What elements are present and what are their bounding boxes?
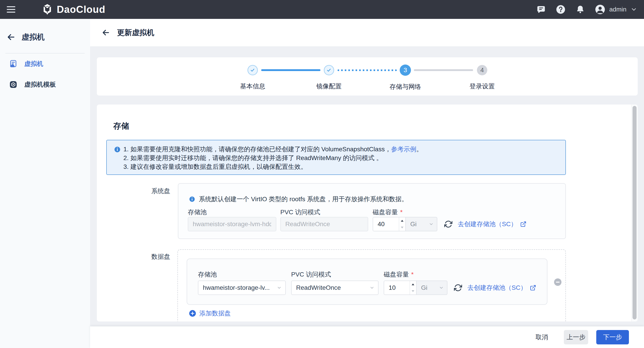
wizard-footer: 取消 上一步 下一步 [90,327,644,348]
external-link-icon [530,285,536,291]
pvc-field-label: PVC 访问模式 [291,270,331,279]
create-storage-pool-label: 去创建存储池（SC） [458,220,517,228]
chevron-down-icon [370,285,374,290]
refresh-icon[interactable] [454,284,462,292]
section-heading: 存储 [113,121,129,131]
capacity-field-label: 磁盘容量* [373,208,402,216]
step-check-icon [248,65,258,75]
unit-value: Gi [410,220,416,228]
unit-value: Gi [421,284,428,291]
notifications-bell-icon[interactable] [576,5,585,14]
wizard-stepper: 基本信息 镜像配置 3 存储与网络 4 登录设置 [97,57,638,96]
system-disk-card: 系统默认创建一个 VirtIO 类型的 rootfs 系统盘，用于存放操作系统和… [178,183,566,239]
pvc-field-label: PVC 访问模式 [280,208,320,216]
step-login-settings[interactable]: 4 登录设置 [460,57,504,91]
plus-circle-icon [189,310,196,317]
step-basic-info[interactable]: 基本信息 [230,57,275,91]
notice-line-1-period: 。 [416,146,423,153]
data-capacity-input[interactable] [384,281,410,295]
step-label: 镜像配置 [306,82,352,91]
step-label: 存储与网络 [383,82,428,91]
data-disk-label: 数据盘 [148,252,170,261]
pool-field-label: 存储池 [198,270,217,279]
previous-step-button[interactable]: 上一步 [564,330,588,345]
sidebar-title: 虚拟机 [22,32,44,42]
scrollbar-thumb[interactable] [632,106,636,320]
required-asterisk: * [411,271,414,278]
create-storage-pool-label: 去创建存储池（SC） [468,284,527,292]
cancel-button[interactable]: 取消 [533,330,550,345]
system-capacity-input[interactable] [373,217,399,231]
sidebar-item-label: 虚拟机模板 [24,80,56,89]
step-image-config[interactable]: 镜像配置 [306,57,352,91]
sidebar-item-virtual-machines[interactable]: 虚拟机 [0,53,90,74]
data-capacity-stepper [384,281,416,295]
chevron-down-icon [277,285,282,290]
capacity-decrease-icon[interactable] [399,224,405,231]
help-icon[interactable] [556,4,566,14]
avatar [595,4,605,15]
vm-icon [9,60,18,68]
page-back-arrow-icon[interactable] [102,28,110,37]
chevron-down-icon [429,222,434,227]
sidebar-item-label: 虚拟机 [24,60,43,68]
system-disk-note-text: 系统默认创建一个 VirtIO 类型的 rootfs 系统盘，用于存放操作系统和… [199,195,408,203]
capacity-increase-icon[interactable] [410,281,416,288]
create-storage-pool-link[interactable]: 去创建存储池（SC） [468,284,536,292]
system-capacity-stepper [373,217,406,231]
message-icon[interactable] [536,5,546,14]
sidebar-item-vm-templates[interactable]: 虚拟机模板 [0,74,90,95]
step-label: 基本信息 [230,82,275,91]
hamburger-menu-icon[interactable] [7,5,17,14]
capacity-label-text: 磁盘容量 [384,271,409,278]
step-check-icon [324,65,334,75]
capacity-field-label: 磁盘容量* [384,270,414,279]
daocloud-logo: DaoCloud [42,3,106,15]
daocloud-logo-icon [42,3,53,15]
create-storage-pool-link[interactable]: 去创建存储池（SC） [458,220,526,228]
refresh-icon[interactable] [444,220,452,228]
add-data-disk-label: 添加数据盘 [199,309,231,318]
next-step-button[interactable]: 下一步 [596,330,629,345]
reference-example-link[interactable]: 参考示例 [391,146,416,153]
capacity-label-text: 磁盘容量 [373,209,398,216]
topbar: DaoCloud [0,0,644,19]
required-asterisk: * [400,209,402,216]
storage-notice: 1. 如果需要使用克隆和快照功能，请确保您的存储池已经创建了对应的 Volume… [106,140,566,175]
step-number: 4 [477,65,487,75]
sidebar: 虚拟机 虚拟机 虚拟机模板 [0,19,90,348]
remove-data-disk-icon[interactable] [554,278,562,286]
sidebar-back-arrow-icon[interactable] [7,33,15,41]
scrollbar-track[interactable] [632,105,638,322]
step-number: 3 [400,64,411,76]
vm-template-icon [9,80,18,89]
pool-field-label: 存储池 [188,208,207,216]
capacity-increase-icon[interactable] [399,217,405,224]
chevron-down-icon [630,6,637,13]
system-capacity-unit-select[interactable]: Gi [406,217,437,231]
chevron-down-icon [439,285,444,290]
system-pvc-input [280,217,368,231]
storage-form-panel: 存储 1. 如果需要使用克隆和快照功能，请确保您的存储池已经创建了对应的 Vol… [97,105,638,322]
info-icon [189,196,195,202]
data-pvc-select[interactable]: ReadWriteOnce [291,281,378,295]
data-pool-select[interactable]: hwameistor-storage-lv... [198,281,286,295]
data-disk-group: 存储池 PVC 访问模式 磁盘容量* hwameistor-storage-lv… [178,249,566,322]
notice-line-2: 2. 如果需要使用实时迁移功能，请确保您的存储支持并选择了 ReadWriteM… [124,154,560,162]
capacity-decrease-icon[interactable] [410,288,416,295]
external-link-icon [520,221,526,227]
user-menu[interactable]: admin [595,4,637,15]
data-capacity-unit-select[interactable]: Gi [416,281,448,295]
username-label: admin [609,6,626,13]
notice-line-1-text: 1. 如果需要使用克隆和快照功能，请确保您的存储池已经创建了对应的 Volume… [124,146,391,153]
info-icon [114,146,121,153]
system-disk-note: 系统默认创建一个 VirtIO 类型的 rootfs 系统盘，用于存放操作系统和… [189,195,408,203]
data-pvc-value: ReadWriteOnce [296,284,341,291]
step-storage-network[interactable]: 3 存储与网络 [383,57,428,91]
system-disk-label: 系统盘 [148,187,170,195]
brand-name: DaoCloud [57,4,106,15]
notice-line-1: 1. 如果需要使用克隆和快照功能，请确保您的存储池已经创建了对应的 Volume… [124,145,560,154]
page-header: 更新虚拟机 [90,19,644,46]
data-pool-value: hwameistor-storage-lv... [203,284,270,291]
add-data-disk-button[interactable]: 添加数据盘 [189,309,231,318]
